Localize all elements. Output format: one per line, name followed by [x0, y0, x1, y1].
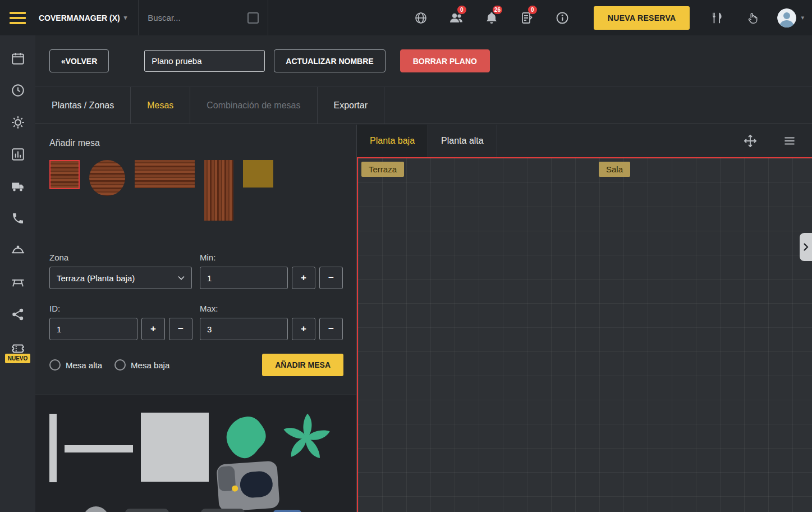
- mesa-baja-radio[interactable]: Mesa baja: [114, 359, 169, 371]
- table-shape-circle[interactable]: [89, 160, 125, 196]
- update-name-button[interactable]: ACTUALIZAR NOMBRE: [274, 49, 385, 72]
- side-panel-handle[interactable]: [800, 233, 812, 261]
- sidebar-item-integrations[interactable]: [0, 298, 35, 330]
- floor-tab-planta-baja[interactable]: Planta baja: [357, 125, 428, 157]
- tab-plantas-zonas[interactable]: Plantas / Zonas: [35, 87, 131, 124]
- sidebar-item-tables[interactable]: [0, 266, 35, 298]
- sidebar-item-delivery[interactable]: [0, 170, 35, 202]
- share-icon: [11, 307, 25, 322]
- move-icon[interactable]: [742, 133, 758, 149]
- mesa-baja-radio-input[interactable]: [114, 359, 126, 371]
- table-shape-olive-square[interactable]: [243, 160, 273, 188]
- decor-dark-block-partial-1[interactable]: [125, 509, 169, 512]
- max-input[interactable]: [200, 318, 288, 340]
- floor-tab-planta-alta[interactable]: Planta alta: [428, 125, 497, 157]
- min-label: Min:: [200, 253, 343, 262]
- sidebar: NUEVO: [0, 35, 35, 512]
- phone-icon: [11, 212, 25, 225]
- gear-icon: [11, 115, 25, 130]
- max-minus-button[interactable]: −: [319, 318, 343, 340]
- info-icon[interactable]: [554, 10, 570, 26]
- customers-icon[interactable]: 0: [448, 10, 464, 26]
- tab-combinacion-mesas[interactable]: Combinación de mesas: [190, 87, 317, 124]
- new-reservation-button[interactable]: NUEVA RESERVA: [594, 6, 690, 30]
- delete-plan-button[interactable]: BORRAR PLANO: [400, 49, 490, 72]
- id-plus-button[interactable]: +: [141, 318, 165, 340]
- main-area: «VOLVER ACTUALIZAR NOMBRE BORRAR PLANO P…: [35, 35, 812, 512]
- plan-name-input[interactable]: [144, 50, 265, 72]
- decor-square-block[interactable]: [141, 413, 209, 482]
- zona-select[interactable]: Terraza (Planta baja): [49, 267, 192, 289]
- decor-wall-vertical[interactable]: [49, 414, 57, 482]
- add-table-title: Añadir mesa: [49, 138, 100, 148]
- back-button[interactable]: «VOLVER: [49, 49, 109, 72]
- floor-tabs: Planta baja Planta alta: [357, 125, 812, 157]
- decor-plant-flower[interactable]: [280, 410, 333, 464]
- waitlist-icon[interactable]: 0: [519, 10, 535, 26]
- customers-badge: 0: [457, 6, 466, 14]
- decor-plant-blob[interactable]: [223, 413, 270, 463]
- table-shape-wide-rect[interactable]: [135, 160, 195, 188]
- decor-dark-block-partial-2[interactable]: [201, 509, 245, 512]
- bell-icon[interactable]: 26: [484, 10, 499, 26]
- add-table-button[interactable]: AÑADIR MESA: [262, 354, 343, 376]
- tab-mesas[interactable]: Mesas: [131, 87, 190, 124]
- mesa-alta-label: Mesa alta: [66, 360, 102, 370]
- mesa-baja-label: Mesa baja: [131, 360, 169, 370]
- section-tabs: Plantas / Zonas Mesas Combinación de mes…: [35, 87, 812, 124]
- chevron-right-icon: [804, 243, 809, 251]
- min-plus-button[interactable]: +: [292, 267, 315, 289]
- search-box: [138, 0, 268, 35]
- table-shape-square-selected[interactable]: [49, 160, 80, 189]
- sidebar-item-calendar[interactable]: [0, 42, 35, 74]
- table-icon: [11, 275, 25, 290]
- sidebar-item-reports[interactable]: [0, 138, 35, 170]
- floor-plan-canvas[interactable]: Terraza Sala: [357, 157, 812, 512]
- min-minus-button[interactable]: −: [319, 267, 343, 289]
- zona-label: Zona: [49, 253, 192, 262]
- zona-selected-value: Terraza (Planta baja): [57, 273, 135, 283]
- sidebar-item-calls[interactable]: [0, 202, 35, 234]
- sidebar-item-clock[interactable]: [0, 74, 35, 106]
- list-icon[interactable]: [782, 133, 797, 149]
- id-field: ID: + −: [49, 304, 192, 340]
- brand-label: COVERMANAGER (X): [39, 13, 120, 22]
- waitlist-badge: 0: [528, 6, 537, 14]
- mesa-alta-radio-input[interactable]: [49, 359, 61, 371]
- nuevo-badge: NUEVO: [5, 354, 31, 363]
- tab-exportar[interactable]: Exportar: [318, 87, 384, 124]
- sidebar-item-tickets[interactable]: NUEVO: [0, 330, 35, 374]
- id-input[interactable]: [49, 318, 137, 340]
- caret-down-icon: ▾: [124, 14, 127, 21]
- min-input[interactable]: [200, 267, 288, 289]
- cloche-icon: [11, 243, 25, 258]
- search-input[interactable]: [148, 13, 242, 22]
- add-table-panel: Añadir mesa Zona Terraza (Planta baja): [35, 125, 356, 512]
- floor-tools: [742, 125, 812, 157]
- topbar-actions: 0 26 0 NUEVA RESERVA: [393, 6, 812, 30]
- sidebar-item-settings[interactable]: [0, 106, 35, 138]
- table-shape-tall-rect[interactable]: [204, 160, 233, 221]
- globe-icon[interactable]: [413, 10, 429, 26]
- form-actions: Mesa alta Mesa baja AÑADIR MESA: [49, 354, 343, 376]
- pointer-icon[interactable]: [745, 10, 760, 26]
- decor-round-table-partial[interactable]: [83, 506, 109, 512]
- table-shape-picker: [49, 160, 273, 221]
- menu-icon[interactable]: [0, 0, 35, 35]
- decor-wall-horizontal[interactable]: [65, 445, 133, 452]
- calendar-icon: [11, 51, 25, 66]
- zone-chip-sala[interactable]: Sala: [599, 162, 630, 177]
- decor-blue-block-partial[interactable]: [273, 510, 301, 512]
- zone-chip-terraza[interactable]: Terraza: [361, 162, 404, 177]
- restaurant-icon[interactable]: [709, 10, 725, 26]
- brand-menu[interactable]: COVERMANAGER (X) ▾: [35, 13, 138, 22]
- decor-sofa[interactable]: [216, 460, 280, 511]
- user-menu[interactable]: ▾: [777, 8, 804, 28]
- search-checkbox[interactable]: [247, 12, 259, 24]
- chevron-down-icon: [178, 276, 185, 280]
- id-minus-button[interactable]: −: [169, 318, 192, 340]
- max-plus-button[interactable]: +: [292, 318, 315, 340]
- mesa-alta-radio[interactable]: Mesa alta: [49, 359, 102, 371]
- decor-shapes-palette: [35, 395, 356, 512]
- sidebar-item-service[interactable]: [0, 234, 35, 266]
